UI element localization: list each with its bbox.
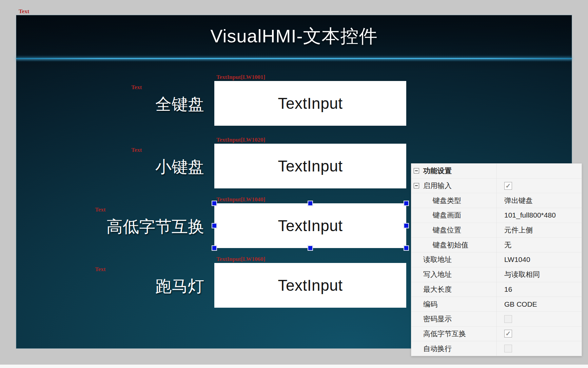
widget-caption[interactable]: 跑马灯	[155, 276, 204, 297]
property-label: 键盘类型	[411, 196, 461, 205]
property-checkbox[interactable]: ✓	[504, 330, 512, 338]
property-label: 最大长度	[411, 285, 452, 294]
widget-caption[interactable]: 全键盘	[155, 94, 204, 115]
property-label: 高低字节互换	[411, 329, 466, 339]
property-label-cell: 高低字节互换	[411, 327, 496, 341]
textinput-widget-label: TextInput[LW1060]	[216, 256, 265, 263]
property-label: 读取地址	[411, 255, 452, 264]
property-row: 读取地址LW1040	[411, 252, 582, 267]
selection-handle[interactable]	[404, 201, 409, 206]
widget-caption[interactable]: 小键盘	[155, 157, 204, 177]
text-annotation: Text	[95, 266, 106, 273]
property-label: 键盘初始值	[411, 240, 468, 250]
textinput-widget-label: TextInput[LW1001]	[216, 74, 265, 81]
selection-handle[interactable]	[212, 245, 217, 251]
property-row: 键盘画面101_full800*480	[411, 208, 582, 223]
bottom-window-strip	[0, 365, 588, 368]
property-value[interactable]: LW1040	[504, 255, 530, 264]
property-rows: 功能设置启用输入✓键盘类型弹出键盘键盘画面101_full800*480键盘位置…	[411, 164, 582, 356]
text-annotation: Text	[131, 84, 142, 91]
property-row: 键盘类型弹出键盘	[411, 193, 582, 208]
page-title: VisualHMI-文本控件	[16, 24, 572, 49]
property-label-cell: 读取地址	[411, 252, 496, 267]
property-value-cell: GB CODE	[496, 297, 582, 311]
selection-handle[interactable]	[404, 245, 409, 251]
selection-handle[interactable]	[212, 223, 217, 228]
selection-handle[interactable]	[212, 201, 217, 206]
property-value-cell: ✓	[496, 312, 582, 326]
property-label: 键盘位置	[411, 225, 461, 235]
property-value-cell: ✓	[496, 341, 582, 356]
property-label-cell: 启用输入	[411, 179, 496, 193]
property-row: 功能设置	[411, 164, 582, 179]
property-value-cell: 元件上侧	[496, 223, 582, 238]
property-row: 高低字节互换✓	[411, 327, 582, 342]
textinput-value: TextInput	[278, 276, 342, 294]
textinput-widget-label: TextInput[LW1020]	[216, 137, 265, 143]
property-value[interactable]: 弹出键盘	[504, 196, 533, 205]
property-label: 自动换行	[411, 344, 452, 353]
property-label-cell: 键盘位置	[411, 223, 496, 238]
property-row: 键盘初始值无	[411, 238, 582, 252]
property-value-cell: ✓	[496, 179, 582, 193]
property-label-cell: 密码显示	[411, 312, 496, 326]
property-checkbox[interactable]: ✓	[504, 182, 512, 190]
property-value[interactable]: 101_full800*480	[504, 211, 556, 219]
property-label: 键盘画面	[411, 210, 461, 220]
property-value-cell: 与读取相同	[496, 267, 582, 282]
property-label: 密码显示	[411, 314, 452, 324]
collapse-expander-icon[interactable]	[414, 183, 419, 188]
textinput-value: TextInput	[278, 217, 342, 235]
textinput-widget[interactable]: TextInput	[214, 203, 406, 248]
property-label: 编码	[411, 300, 437, 309]
property-value[interactable]: GB CODE	[504, 300, 537, 308]
selection-handle[interactable]	[308, 245, 313, 251]
property-row: 启用输入✓	[411, 179, 582, 193]
property-label-cell: 键盘初始值	[411, 238, 496, 252]
property-row: 编码GB CODE	[411, 297, 582, 312]
property-value[interactable]: 与读取相同	[504, 270, 540, 279]
property-value-cell: 101_full800*480	[496, 208, 582, 223]
text-annotation: Text	[131, 147, 142, 154]
properties-panel: 功能设置启用输入✓键盘类型弹出键盘键盘画面101_full800*480键盘位置…	[411, 163, 582, 356]
property-label: 写入地址	[411, 270, 452, 279]
collapse-expander-icon[interactable]	[414, 168, 419, 173]
property-label-cell: 最大长度	[411, 282, 496, 297]
property-value[interactable]: 16	[504, 285, 512, 293]
property-value-cell: ✓	[496, 327, 582, 341]
widget-caption[interactable]: 高低字节互换	[106, 217, 204, 237]
property-label-cell: 功能设置	[411, 164, 496, 178]
property-value[interactable]: 无	[504, 240, 511, 250]
property-row: 键盘位置元件上侧	[411, 223, 582, 238]
property-row: 自动换行✓	[411, 341, 582, 356]
property-row: 写入地址与读取相同	[411, 267, 582, 282]
checkmark-icon: ✓	[506, 330, 511, 337]
property-label-cell: 编码	[411, 297, 496, 311]
selection-handle[interactable]	[308, 201, 313, 206]
property-value[interactable]: 元件上侧	[504, 225, 533, 235]
property-label-cell: 写入地址	[411, 267, 496, 282]
textinput-widget[interactable]: TextInput	[214, 81, 406, 126]
property-label-cell: 键盘画面	[411, 208, 496, 223]
textinput-value: TextInput	[278, 157, 342, 175]
property-checkbox[interactable]: ✓	[504, 315, 512, 323]
property-row: 密码显示✓	[411, 312, 582, 327]
property-value-cell: 16	[496, 282, 582, 297]
textinput-widget[interactable]: TextInput	[214, 144, 406, 188]
text-annotation: Text	[95, 206, 106, 213]
property-label-cell: 键盘类型	[411, 193, 496, 208]
property-checkbox[interactable]: ✓	[504, 345, 512, 352]
textinput-widget-label: TextInput[LW1040]	[216, 196, 265, 203]
property-label-cell: 自动换行	[411, 341, 496, 356]
property-value-cell: LW1040	[496, 252, 582, 267]
property-value-cell: 弹出键盘	[496, 193, 582, 208]
header-divider-line	[16, 58, 572, 59]
textinput-widget[interactable]: TextInput	[214, 263, 406, 308]
property-row: 最大长度16	[411, 282, 582, 297]
checkmark-icon: ✓	[506, 183, 511, 189]
floating-text-label: Text	[19, 8, 30, 15]
property-value-cell: 无	[496, 238, 582, 252]
selection-handle[interactable]	[404, 223, 409, 228]
property-value-cell	[496, 164, 582, 178]
textinput-value: TextInput	[278, 94, 342, 113]
